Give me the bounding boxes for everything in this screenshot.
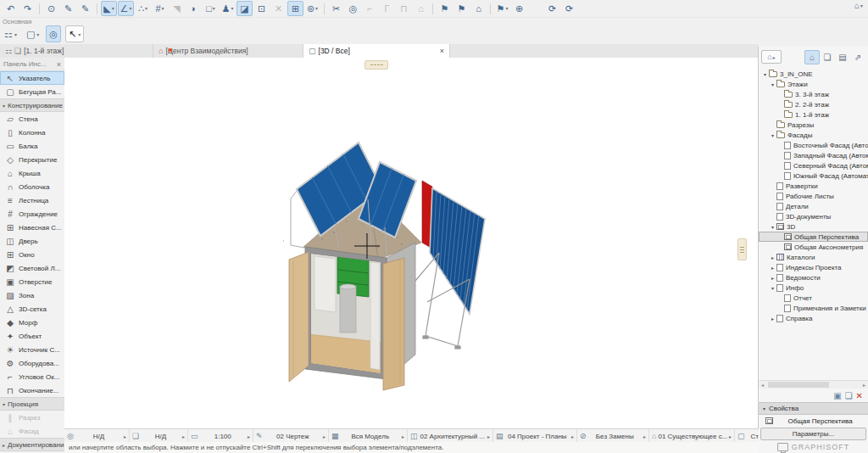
tool-column[interactable]: ▯Колонна [0, 126, 64, 139]
capture-icon[interactable]: ⌂ [470, 1, 487, 16]
node-elev-south[interactable]: Южный Фасад (Автоматически [759, 171, 868, 181]
tool-skylight[interactable]: ◩Световой Л... [0, 261, 64, 275]
scale-segment[interactable]: ▭1:100▸ [188, 429, 253, 443]
tool-opening[interactable]: ▣Отверстие [0, 275, 64, 288]
node-story-2[interactable]: 2. 2-й этаж [759, 99, 868, 109]
snap-guides-icon[interactable]: ∠▾ [118, 1, 134, 16]
node-elev-north[interactable]: Северный Фасад (Автоматичес [759, 160, 868, 171]
guide-lines-icon[interactable]: ◣▾ [101, 1, 117, 16]
node-details[interactable]: Детали [759, 201, 868, 211]
add-view-icon[interactable]: ⊕ [511, 1, 527, 16]
node-interior-elev[interactable]: Развертки [759, 181, 868, 191]
marquee-popup-button[interactable]: ▢▾ [24, 26, 42, 42]
publisher-icon[interactable]: ⇗ [850, 50, 865, 64]
tool-mesh[interactable]: △3D-сетка [0, 302, 64, 316]
view-map-icon[interactable]: ❏ [820, 50, 835, 64]
teamwork-send-icon[interactable]: ⟳ [544, 1, 560, 16]
delete-item-icon[interactable]: ✕ [856, 391, 863, 400]
scrollbar-thumb[interactable] [768, 382, 829, 388]
partial-structure-display-segment[interactable]: ▦Вся Модель▸ [329, 429, 408, 443]
node-sections[interactable]: Разрезы [759, 120, 868, 130]
node-elev-east[interactable]: Восточный Фасад (Автоматичес [759, 140, 868, 150]
panel-splitter-handle[interactable] [737, 238, 747, 260]
scroll-left-icon[interactable]: ◂ [759, 382, 766, 388]
tool-equipment[interactable]: ⚙Оборудова... [0, 356, 64, 370]
section-documentation[interactable]: ▸Документировани [0, 438, 64, 451]
renovation-filter-segment[interactable]: ⌂01 Существующее с...▸ [649, 429, 735, 443]
tool-slab[interactable]: ◇Перекрытие [0, 153, 64, 166]
section-projection[interactable]: ▾Проекция [0, 397, 64, 411]
node-axonometry[interactable]: Общая Аксонометрия [759, 242, 868, 252]
node-3d-documents[interactable]: 3D-документы [759, 211, 868, 221]
node-elev-west[interactable]: Западный Фасад (Автоматичес [759, 150, 868, 160]
tool-arrow[interactable]: ↖Указатель [0, 71, 64, 85]
tool-roof[interactable]: ⌂Крыша [0, 166, 64, 180]
grid-snap-icon[interactable]: #▾ [152, 1, 168, 16]
figure-icon[interactable]: ♟▾ [220, 1, 236, 16]
node-schedules[interactable]: ▸Каталоги [759, 252, 868, 262]
project-chooser-button[interactable]: ⌂ ▸ [761, 50, 782, 64]
snap-points-icon[interactable]: ∴▾ [135, 1, 151, 16]
pen-set-segment[interactable]: ✎02 Чертеж▸ [253, 429, 329, 443]
graphic-override-segment[interactable]: ⊘Без Замены▸ [577, 429, 649, 443]
split-icon[interactable]: ✂ [328, 1, 344, 16]
scroll-right-icon[interactable]: ▸ [860, 382, 868, 388]
wall-reference-icon[interactable]: ◗ [186, 1, 202, 16]
pen-icon[interactable]: ✎ [77, 1, 93, 16]
node-elevations[interactable]: ▾Фасады [759, 130, 868, 140]
node-info[interactable]: ▾Инфо [759, 282, 868, 293]
project-map-icon[interactable]: ⌂ [804, 50, 820, 64]
tool-wall[interactable]: ▱Стена [0, 112, 64, 126]
viewport-drag-handle-top[interactable] [364, 60, 388, 70]
undo-icon[interactable]: ↶ [3, 1, 19, 16]
expander-closed-icon[interactable]: ▸ [769, 275, 776, 281]
tool-wall-end[interactable]: ⊓Окончание... [0, 383, 64, 397]
flag-marker-icon[interactable]: ⚑ [437, 1, 453, 16]
tool-curtain-wall[interactable]: ⊞Навесная С... [0, 221, 64, 234]
tool-marquee[interactable]: ▢Бегущая Ра... [0, 85, 64, 98]
teamwork-receive-icon[interactable]: ⟳ [561, 1, 577, 16]
layout-book-icon[interactable]: ▤ [835, 50, 850, 64]
node-project-indexes[interactable]: ▸Индексы Проекта [759, 262, 868, 272]
tab-floor-plan[interactable]: ⚏❏[1. 1-й этаж] [0, 44, 153, 58]
navigator-hscrollbar[interactable]: ◂ ▸ [759, 380, 868, 389]
arrow-mode-button[interactable]: ↖▾ [65, 25, 84, 42]
tool-railing[interactable]: #Ограждение [0, 207, 64, 221]
node-project[interactable]: ▾3_IN_ONE [759, 69, 868, 79]
node-report[interactable]: Отчет [759, 293, 868, 303]
pickup-parameters-icon[interactable]: ⊙ [43, 1, 59, 16]
tool-zone[interactable]: ▨Зона [0, 288, 64, 302]
tool-stair[interactable]: ≡Лестница [0, 193, 64, 207]
toolbox-header[interactable]: Панель Инс... × [0, 58, 64, 71]
tool-door[interactable]: ◫Дверь [0, 234, 64, 248]
new-folder-icon[interactable]: ❏ [845, 391, 853, 400]
viewport-3d[interactable] [64, 58, 759, 428]
redo-icon[interactable]: ↷ [19, 1, 36, 16]
tool-morph[interactable]: ◆Морф [0, 316, 64, 329]
expander-open-icon[interactable]: ▾ [769, 81, 776, 87]
node-worksheets[interactable]: Рабочие Листы [759, 191, 868, 201]
view-settings-button[interactable]: Параметры... [760, 428, 866, 440]
tab-3d[interactable]: ▢[3D / Все]× [303, 44, 450, 58]
model-view-options-segment[interactable]: ◫02 Архитектурный ...▸ [408, 429, 493, 443]
orbit-icon[interactable]: ⊚▾ [304, 1, 320, 16]
zoom-window-icon[interactable]: ⊡ [253, 1, 270, 16]
favorites-popup-button[interactable]: ⚏▾ [2, 26, 19, 42]
node-stories[interactable]: ▾Этажи [759, 79, 868, 89]
flag-favorites-icon[interactable]: ⚑ [453, 1, 470, 16]
node-story-3[interactable]: 3. 3-й этаж [759, 89, 868, 99]
tab-interaction-center[interactable]: ⌂[Центр Взаимодействия] [153, 44, 303, 58]
expander-open-icon[interactable]: ▾ [769, 132, 776, 138]
3d-window-style-segment[interactable]: ▢Стиль 3D-окна▸ [735, 429, 759, 443]
node-lists[interactable]: ▸Ведомости [759, 272, 868, 282]
layer-combination-segment[interactable]: ◎Н/Д▸ [64, 429, 130, 443]
node-perspective[interactable]: Общая Перспектива [759, 232, 868, 242]
dimension-style-segment[interactable]: ▤04 Проект - Планы▸ [493, 429, 577, 443]
section-design[interactable]: ▾Конструирование [0, 98, 64, 112]
expander-open-icon[interactable]: ▾ [769, 285, 776, 291]
fit-in-window-icon[interactable]: ⊞ [287, 1, 303, 16]
node-story-1[interactable]: 1. 1-й этаж [759, 109, 868, 120]
find-select-icon[interactable]: ◎ [345, 1, 361, 16]
layer-combination-alt-segment[interactable]: ❏Н/Д▸ [130, 429, 188, 443]
inject-parameters-icon[interactable]: ✎ [60, 1, 76, 16]
